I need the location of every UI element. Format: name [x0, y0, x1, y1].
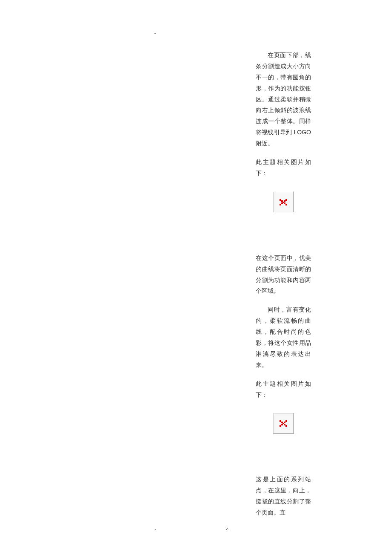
svg-rect-16	[280, 425, 281, 427]
svg-rect-10	[285, 420, 287, 422]
broken-image-icon	[280, 198, 287, 206]
svg-rect-9	[280, 420, 281, 422]
svg-rect-7	[280, 204, 281, 205]
content-column: 在页面下部，线条分割造成大小方向不一的，带有圆角的形，作为的功能按钮区。通过柔软…	[256, 50, 311, 526]
paragraph-3: 在这个页面中，优美的曲线将页面清晰的分割为功能和内容两个区域。	[256, 253, 311, 297]
image-wrapper-2	[256, 413, 311, 448]
footer-dot: .	[155, 525, 156, 531]
svg-rect-0	[280, 199, 281, 201]
paragraph-6: 这是上面的系列站点，在这里，向上，挺拔的直线分割了整个页面。直	[256, 474, 311, 518]
paragraph-4: 同时，富有变化的，柔软流畅的曲线，配合时尚的色彩，将这个女性用品淋漓尽致的表达出…	[256, 304, 311, 370]
svg-rect-8	[285, 204, 287, 205]
svg-rect-17	[285, 425, 287, 427]
header-mark: -	[154, 30, 156, 35]
broken-image-2	[273, 413, 294, 434]
svg-rect-5	[281, 202, 283, 204]
svg-rect-15	[284, 424, 285, 425]
paragraph-5: 此主题相关图片如下：	[256, 379, 311, 401]
svg-rect-6	[284, 202, 285, 204]
footer-z: z.	[226, 526, 230, 531]
image-wrapper-1	[256, 192, 311, 227]
svg-rect-14	[281, 424, 283, 425]
paragraph-1: 在页面下部，线条分割造成大小方向不一的，带有圆角的形，作为的功能按钮区。通过柔软…	[256, 50, 311, 149]
paragraph-2: 此主题相关图片如下：	[256, 157, 311, 179]
svg-rect-1	[285, 199, 287, 201]
broken-image-icon	[280, 419, 287, 427]
broken-image-1	[273, 192, 294, 212]
